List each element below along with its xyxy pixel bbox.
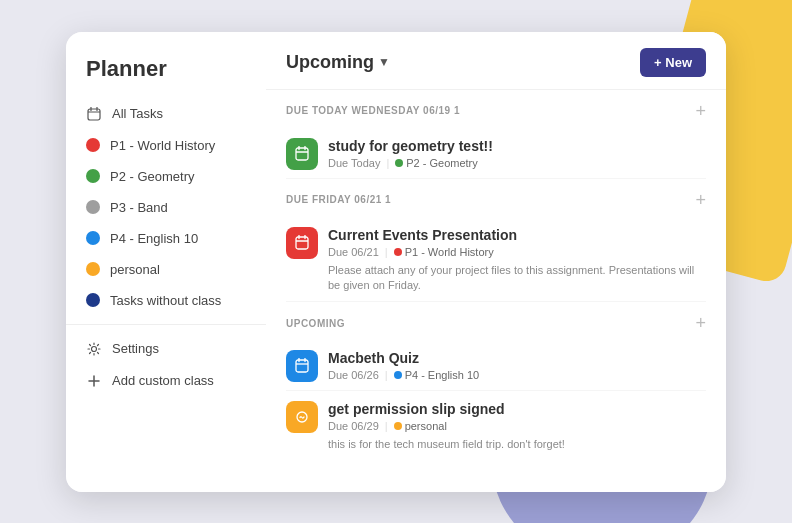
section-add-button[interactable]: + (695, 191, 706, 209)
class-dot (394, 422, 402, 430)
class-dot (394, 248, 402, 256)
chevron-down-icon: ▼ (378, 55, 390, 69)
sidebar-item-label: P3 - Band (110, 200, 168, 215)
class-dot (395, 159, 403, 167)
class-label: P4 - English 10 (405, 369, 480, 381)
p4-dot (86, 231, 100, 245)
sidebar-item-label: P1 - World History (110, 138, 215, 153)
class-badge: P1 - World History (394, 246, 494, 258)
meta-separator: | (385, 246, 388, 258)
task-icon (286, 350, 318, 382)
task-item[interactable]: get permission slip signed Due 06/29 | p… (286, 391, 706, 460)
task-body: Current Events Presentation Due 06/21 | … (328, 227, 706, 294)
task-body: study for geometry test!! Due Today | P2… (328, 138, 706, 170)
task-title: study for geometry test!! (328, 138, 706, 154)
class-badge: P4 - English 10 (394, 369, 480, 381)
task-icon (286, 138, 318, 170)
personal-dot (86, 262, 100, 276)
upcoming-dropdown[interactable]: Upcoming ▼ (286, 52, 390, 73)
meta-separator: | (385, 420, 388, 432)
app-title: Planner (66, 56, 266, 98)
sidebar-item-p3[interactable]: P3 - Band (66, 192, 266, 223)
task-item[interactable]: Current Events Presentation Due 06/21 | … (286, 217, 706, 303)
task-description: Please attach any of your project files … (328, 263, 706, 294)
upcoming-label-text: Upcoming (286, 52, 374, 73)
sidebar-item-no-class[interactable]: Tasks without class (66, 285, 266, 316)
sidebar-item-label: Tasks without class (110, 293, 221, 308)
gear-icon (86, 341, 102, 357)
main-header: Upcoming ▼ + New (266, 32, 726, 90)
sidebar-item-all-tasks[interactable]: All Tasks (66, 98, 266, 130)
task-item[interactable]: study for geometry test!! Due Today | P2… (286, 128, 706, 179)
class-dot (394, 371, 402, 379)
svg-rect-7 (296, 148, 308, 160)
task-meta: Due 06/21 | P1 - World History (328, 246, 706, 258)
svg-rect-15 (296, 360, 308, 372)
sidebar-item-label: All Tasks (112, 106, 163, 121)
sidebar-item-label: P2 - Geometry (110, 169, 195, 184)
class-badge: P2 - Geometry (395, 157, 478, 169)
main-content: Upcoming ▼ + New DUE TODAY WEDNESDAY 06/… (266, 32, 726, 492)
sidebar-item-settings[interactable]: Settings (66, 333, 266, 365)
sidebar-item-p1[interactable]: P1 - World History (66, 130, 266, 161)
new-button[interactable]: + New (640, 48, 706, 77)
class-label: P1 - World History (405, 246, 494, 258)
task-meta: Due 06/26 | P4 - English 10 (328, 369, 706, 381)
class-badge: personal (394, 420, 447, 432)
section-add-button[interactable]: + (695, 314, 706, 332)
task-body: get permission slip signed Due 06/29 | p… (328, 401, 706, 452)
class-label: P2 - Geometry (406, 157, 478, 169)
task-title: get permission slip signed (328, 401, 706, 417)
svg-point-4 (92, 346, 97, 351)
sidebar-item-personal[interactable]: personal (66, 254, 266, 285)
meta-separator: | (385, 369, 388, 381)
section-upcoming: UPCOMING + (286, 302, 706, 340)
class-label: personal (405, 420, 447, 432)
p3-dot (86, 200, 100, 214)
section-label: DUE FRIDAY 06/21 1 (286, 194, 391, 205)
sidebar: Planner All Tasks P1 - World History P2 … (66, 32, 266, 492)
calendar-icon (86, 106, 102, 122)
task-due-label: Due 06/29 (328, 420, 379, 432)
sidebar-item-label: Settings (112, 341, 159, 356)
task-icon (286, 401, 318, 433)
sidebar-divider (66, 324, 266, 325)
sidebar-item-p4[interactable]: P4 - English 10 (66, 223, 266, 254)
tasks-scroll: DUE TODAY WEDNESDAY 06/19 1 + study for … (266, 90, 726, 492)
task-due-label: Due 06/21 (328, 246, 379, 258)
section-label: DUE TODAY WEDNESDAY 06/19 1 (286, 105, 460, 116)
task-body: Macbeth Quiz Due 06/26 | P4 - English 10 (328, 350, 706, 382)
sidebar-item-label: personal (110, 262, 160, 277)
sidebar-item-label: P4 - English 10 (110, 231, 198, 246)
no-class-dot (86, 293, 100, 307)
plus-icon (86, 373, 102, 389)
task-icon (286, 227, 318, 259)
task-meta: Due Today | P2 - Geometry (328, 157, 706, 169)
task-meta: Due 06/29 | personal (328, 420, 706, 432)
app-container: Planner All Tasks P1 - World History P2 … (66, 32, 726, 492)
section-add-button[interactable]: + (695, 102, 706, 120)
section-label: UPCOMING (286, 318, 345, 329)
sidebar-item-p2[interactable]: P2 - Geometry (66, 161, 266, 192)
task-title: Macbeth Quiz (328, 350, 706, 366)
p1-dot (86, 138, 100, 152)
task-due-label: Due 06/26 (328, 369, 379, 381)
section-due-friday: DUE FRIDAY 06/21 1 + (286, 179, 706, 217)
meta-separator: | (386, 157, 389, 169)
task-item[interactable]: Macbeth Quiz Due 06/26 | P4 - English 10 (286, 340, 706, 391)
svg-rect-11 (296, 237, 308, 249)
svg-rect-0 (88, 109, 100, 120)
task-title: Current Events Presentation (328, 227, 706, 243)
task-due-label: Due Today (328, 157, 380, 169)
p2-dot (86, 169, 100, 183)
task-description: this is for the tech museum field trip. … (328, 437, 706, 452)
sidebar-item-label: Add custom class (112, 373, 214, 388)
sidebar-item-add-custom[interactable]: Add custom class (66, 365, 266, 397)
section-due-today: DUE TODAY WEDNESDAY 06/19 1 + (286, 90, 706, 128)
